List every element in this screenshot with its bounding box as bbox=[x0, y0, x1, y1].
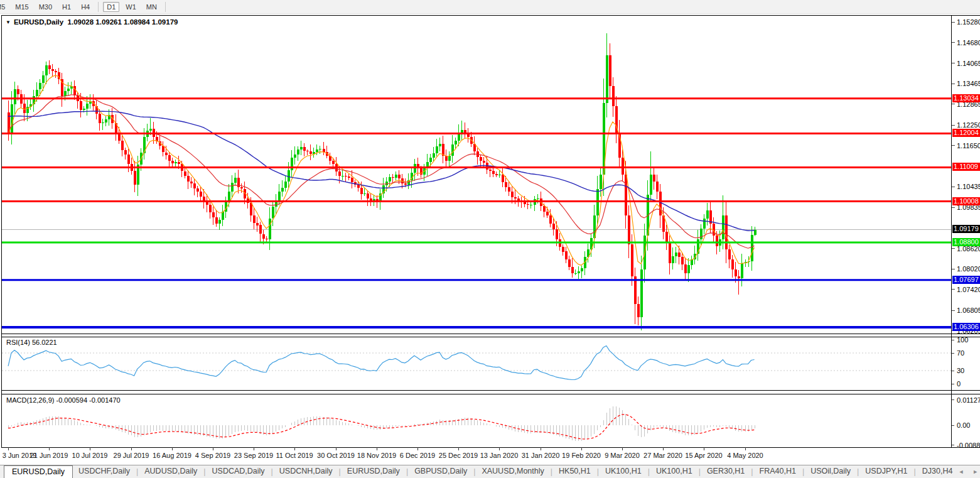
date-axis-label: 19 Feb 2020 bbox=[562, 452, 601, 459]
current-price-label: 1.09179 bbox=[952, 225, 980, 233]
macd-axis-tick: -0.008845 bbox=[957, 442, 980, 449]
chart-tab-usdchf-daily[interactable]: USDCHF,Daily bbox=[73, 465, 136, 478]
rsi-axis-tick: 30 bbox=[957, 367, 964, 374]
chart-tab-eurusd-daily[interactable]: EURUSD,Daily bbox=[4, 465, 73, 478]
date-axis-label: 4 May 2020 bbox=[727, 452, 763, 459]
macd-axis-tick: 0.011277 bbox=[957, 396, 980, 404]
chart-tab-gbpusd-daily[interactable]: GBPUSD,Daily bbox=[409, 465, 473, 478]
price-axis-tick: 1.11650 bbox=[957, 142, 980, 149]
level-price-label: 1.11009 bbox=[952, 163, 980, 171]
rsi-axis-tick: 100 bbox=[957, 336, 968, 344]
date-axis-label: 30 Oct 2019 bbox=[317, 452, 355, 459]
timeframe-button-d1[interactable]: D1 bbox=[103, 2, 119, 12]
chart-tab-xauusd-monthly[interactable]: XAUUSD,Monthly bbox=[476, 465, 549, 478]
date-axis-label: 18 Nov 2019 bbox=[357, 452, 396, 459]
chart-tab-bar: EURUSD,DailyUSDCHF,Daily|AUDUSD,Daily|US… bbox=[0, 465, 980, 478]
tab-scroll-right-icon[interactable]: ► bbox=[972, 469, 978, 475]
timeframe-button-m5[interactable]: M5 bbox=[0, 2, 9, 12]
mt4-window: { "toolbar": { "timeframes": ["M5", "M15… bbox=[0, 0, 980, 478]
date-axis-label: 31 Jan 2020 bbox=[522, 452, 560, 459]
rsi-axis-tick: 0 bbox=[957, 380, 961, 388]
chart-tab-audusd-daily[interactable]: AUDUSD,Daily bbox=[139, 465, 203, 478]
date-axis-label: 11 Oct 2019 bbox=[276, 452, 313, 459]
tab-scroll-left-icon[interactable]: ◄ bbox=[958, 469, 964, 475]
date-axis-label: 21 Jun 2019 bbox=[30, 452, 68, 459]
rsi-axis-tick: 70 bbox=[957, 349, 964, 357]
price-axis-tick: 1.13465 bbox=[957, 80, 980, 87]
date-axis-label: 6 Dec 2019 bbox=[400, 452, 435, 459]
price-axis-tick: 1.12250 bbox=[957, 121, 980, 129]
macd-axis-tick: 0.00 bbox=[957, 421, 970, 429]
chart-tab-eurusd-daily[interactable]: EURUSD,Daily bbox=[342, 465, 406, 478]
timeframe-button-mn[interactable]: MN bbox=[143, 2, 161, 12]
level-price-label: 1.10008 bbox=[952, 197, 980, 205]
level-price-label: 1.13034 bbox=[952, 94, 980, 102]
timeframe-button-m15[interactable]: M15 bbox=[11, 2, 32, 12]
chart-title: ▼EURUSD,Daily 1.09028 1.09261 1.08984 1.… bbox=[6, 18, 178, 26]
timeframe-toolbar: M5M15M30H1H4D1W1MN bbox=[0, 0, 980, 14]
chart-tab-hk50-h1[interactable]: HK50,H1 bbox=[553, 465, 596, 478]
date-axis-label: 16 Aug 2019 bbox=[153, 452, 191, 459]
price-axis-tick: 1.10435 bbox=[957, 183, 980, 190]
chart-tab-usoil-daily[interactable]: USOil,Daily bbox=[805, 465, 856, 478]
timeframe-button-h1[interactable]: H1 bbox=[58, 2, 75, 12]
level-price-label: 1.08800 bbox=[952, 238, 980, 246]
date-axis-label: 25 Dec 2019 bbox=[439, 452, 478, 459]
price-axis-tick: 1.07420 bbox=[957, 286, 980, 293]
chart-tab-usdcad-daily[interactable]: USDCAD,Daily bbox=[207, 465, 271, 478]
date-axis-label: 29 Jul 2019 bbox=[114, 452, 149, 459]
date-axis-label: 4 Sep 2019 bbox=[195, 452, 230, 459]
date-axis-label: 15 Apr 2020 bbox=[685, 452, 722, 459]
timeframe-button-w1[interactable]: W1 bbox=[122, 2, 140, 12]
price-axis-tick: 1.06805 bbox=[957, 307, 980, 314]
chart-tab-fra40-h1[interactable]: FRA40,H1 bbox=[754, 465, 802, 478]
price-axis-tick: 1.15280 bbox=[957, 18, 980, 26]
toolbar-separator bbox=[165, 2, 166, 12]
symbol-dropdown-icon[interactable]: ▼ bbox=[6, 19, 11, 25]
timeframe-button-h4[interactable]: H4 bbox=[77, 2, 94, 12]
chart-tab-ger30-h1[interactable]: GER30,H1 bbox=[701, 465, 750, 478]
toolbar-separator bbox=[98, 2, 99, 12]
price-axis-tick: 1.08020 bbox=[957, 265, 980, 273]
price-axis-tick: 1.14065 bbox=[957, 60, 980, 67]
chart-tab-uk100-h1[interactable]: UK100,H1 bbox=[650, 465, 698, 478]
macd-indicator-label: MACD(12,26,9) -0.000594 -0.001470 bbox=[6, 396, 121, 404]
chart-tab-uk100-h1[interactable]: UK100,H1 bbox=[600, 465, 647, 478]
chart-tab-usdjpy-h1[interactable]: USDJPY,H1 bbox=[859, 465, 913, 478]
date-axis-label: 27 Mar 2020 bbox=[643, 452, 682, 459]
date-axis-label: 9 Mar 2020 bbox=[605, 452, 640, 459]
level-price-label: 1.12004 bbox=[952, 129, 980, 137]
level-price-label: 1.06306 bbox=[952, 323, 980, 331]
price-axis-tick: 1.14680 bbox=[957, 39, 980, 46]
date-axis-label: 13 Jan 2020 bbox=[480, 452, 519, 459]
timeframe-button-m30[interactable]: M30 bbox=[35, 2, 56, 12]
chart-tab-usdcnh-daily[interactable]: USDCNH,Daily bbox=[274, 465, 338, 478]
chart-tab-dj30-h4[interactable]: DJ30,H4 bbox=[917, 465, 959, 478]
chart-canvas[interactable] bbox=[0, 0, 980, 465]
date-axis-label: 23 Sep 2019 bbox=[234, 452, 273, 459]
date-axis-label: 10 Jul 2019 bbox=[72, 452, 108, 459]
chart-ohlc-values: 1.09028 1.09261 1.08984 1.09179 bbox=[68, 18, 178, 26]
rsi-indicator-label: RSI(14) 56.0221 bbox=[6, 339, 57, 346]
level-price-label: 1.07697 bbox=[952, 276, 980, 284]
tab-scroll-nav: ◄ ► bbox=[958, 469, 978, 475]
chart-symbol-period: EURUSD,Daily bbox=[14, 18, 63, 26]
